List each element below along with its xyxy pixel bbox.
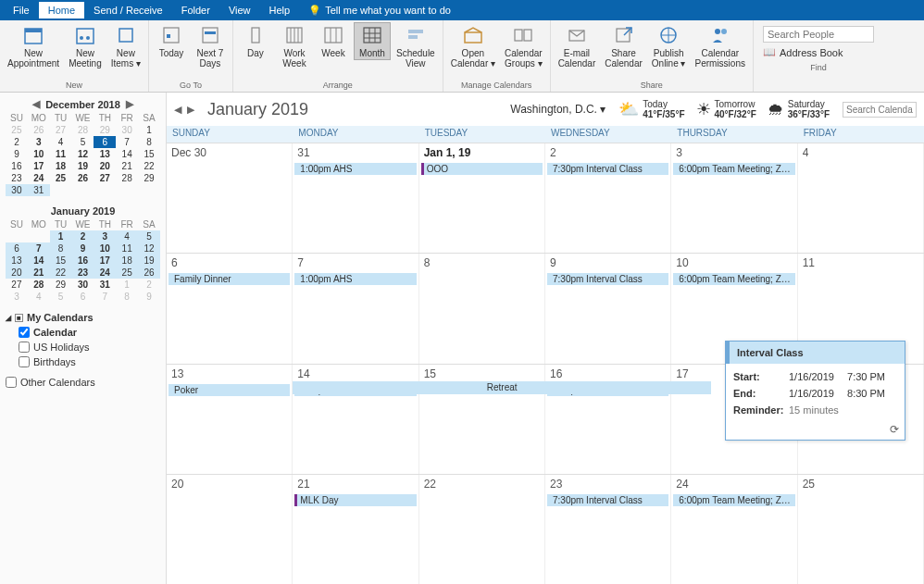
mini-cal-day[interactable]: 12 [138,242,160,255]
other-calendars-checkbox[interactable]: Other Calendars [6,375,160,390]
menu-help[interactable]: Help [260,2,300,19]
mini-cal-day[interactable]: 7 [28,242,50,255]
mini-cal-day[interactable]: 29 [94,124,116,136]
mini-cal-day[interactable]: 25 [116,267,138,279]
mini-cal-day[interactable]: 15 [50,255,72,267]
today-button[interactable]: Today [153,22,190,60]
calendar-day[interactable]: 97:30pm Interval Class [545,254,671,363]
mini-cal-day[interactable]: 29 [138,172,160,184]
mini-cal-day[interactable]: 31 [94,279,116,291]
mini-cal-day[interactable]: 18 [50,160,72,172]
calendar-day[interactable]: 237:30pm Interval Class [545,475,671,584]
calendar-groups-button[interactable]: Calendar Groups ▾ [501,22,546,70]
mini-cal-day[interactable]: 8 [50,242,72,255]
mini-cal-day[interactable]: 7 [94,291,116,303]
mini-cal-day[interactable]: 14 [28,255,50,267]
mini-cal-day[interactable]: 16 [6,160,28,172]
mini-cal-day[interactable]: 10 [94,242,116,255]
mini-cal-day[interactable]: 22 [50,267,72,279]
mini-cal-day[interactable]: 21 [28,267,50,279]
mini-cal-day[interactable]: 23 [72,267,94,279]
mini-cal-day[interactable]: 16 [72,255,94,267]
mini-cal-day[interactable]: 9 [72,242,94,255]
month-view-button[interactable]: Month [354,22,391,60]
mini-cal-day[interactable]: 3 [94,230,116,242]
share-calendar-button[interactable]: Share Calendar [601,22,646,70]
mini-cal-day[interactable]: 6 [6,242,28,255]
workweek-view-button[interactable]: Work Week [276,22,313,70]
mini-cal-day[interactable]: 26 [72,172,94,184]
calendar-day[interactable]: 246:00pm Team Meeting; Zoom [671,475,797,584]
mini-cal-day[interactable]: 26 [28,124,50,136]
mini-cal-day[interactable]: 10 [28,148,50,160]
calendar-event[interactable]: Poker [169,384,290,396]
calendar-day[interactable]: 21MLK Day [293,475,418,584]
mini-cal-day[interactable]: 9 [6,148,28,160]
calendar-day[interactable]: 27:30pm Interval Class [545,143,671,253]
next7days-button[interactable]: Next 7 Days [192,22,229,70]
mini-cal-day[interactable]: 5 [138,230,160,242]
mini-cal-day[interactable]: 5 [72,136,94,148]
new-meeting-button[interactable]: New Meeting [65,22,106,70]
mini-cal-day[interactable]: 3 [6,291,28,303]
us-holidays-checkbox[interactable]: US Holidays [6,340,160,354]
mini-cal-day[interactable]: 8 [138,136,160,148]
mini-cal-day[interactable]: 28 [72,124,94,136]
menu-home[interactable]: Home [39,2,84,19]
mini-cal-day[interactable]: 4 [28,291,50,303]
mini-cal-day[interactable]: 30 [116,124,138,136]
calendar-event[interactable]: OOO [421,163,543,175]
mini-cal-day[interactable]: 13 [94,148,116,160]
calendar-day[interactable]: 71:00pm AHS [293,254,418,363]
mini-cal-day[interactable]: 20 [94,160,116,172]
mini-cal-day[interactable]: 1 [116,279,138,291]
calendar-day[interactable]: Jan 1, 19OOO [419,143,545,253]
calendar-day[interactable]: 20 [167,475,293,584]
prev-month-arrow[interactable]: ◀ [32,98,40,110]
mini-cal-day[interactable]: 19 [138,255,160,267]
prev-period-button[interactable]: ◀ [174,104,181,116]
mini-cal-day[interactable]: 17 [28,160,50,172]
mini-cal-day[interactable]: 7 [116,136,138,148]
calendar-event[interactable]: 6:00pm Team Meeting; Zoom [673,163,794,175]
mini-cal-day[interactable]: 27 [94,172,116,184]
mini-cal-day[interactable]: 9 [138,291,160,303]
mini-cal-day[interactable]: 8 [116,291,138,303]
mini-cal-day[interactable]: 6 [72,291,94,303]
open-calendar-button[interactable]: Open Calendar ▾ [447,22,499,70]
calendar-event[interactable]: 7:30pm Interval Class [547,273,668,285]
calendar-day[interactable]: 8 [419,254,545,363]
birthdays-checkbox[interactable]: Birthdays [6,354,160,369]
mini-cal-day[interactable]: 2 [138,279,160,291]
menu-view[interactable]: View [219,2,260,19]
mini-cal-day[interactable]: 14 [116,148,138,160]
calendar-event[interactable]: 6:00pm Team Meeting; Zoom [673,273,794,285]
mini-cal-day[interactable]: 24 [28,172,50,184]
address-book-button[interactable]: 📖Address Book [763,46,874,58]
calendar-day[interactable]: Dec 30 [167,143,293,253]
mini-cal-day[interactable]: 22 [138,160,160,172]
calendar-event[interactable]: 1:00pm AHS [294,163,416,175]
mini-cal-day[interactable]: 29 [50,279,72,291]
search-calendar-input[interactable] [843,102,917,118]
calendar-day[interactable]: 22 [419,475,545,584]
menu-file[interactable]: File [4,2,39,19]
mini-cal-day[interactable]: 2 [6,136,28,148]
mini-cal-day[interactable]: 25 [50,172,72,184]
mini-cal-day[interactable]: 4 [50,136,72,148]
schedule-view-button[interactable]: Schedule View [393,22,439,70]
menu-tellme[interactable]: 💡Tell me what you want to do [299,2,460,19]
search-people-input[interactable] [763,26,874,43]
new-items-button[interactable]: New Items ▾ [107,22,144,70]
calendar-day[interactable]: 36:00pm Team Meeting; Zoom [671,143,797,253]
calendar-event[interactable]: 1:00pm AHS [294,273,416,285]
next-period-button[interactable]: ▶ [187,104,194,116]
mini-cal-day[interactable]: 28 [116,172,138,184]
publish-online-button[interactable]: Publish Online ▾ [648,22,690,70]
mini-cal-day[interactable]: 1 [50,230,72,242]
my-calendars-header[interactable]: ◢■My Calendars [6,310,160,325]
mini-cal-day[interactable]: 4 [116,230,138,242]
mini-cal-day[interactable]: 27 [6,279,28,291]
mini-cal-day[interactable]: 18 [116,255,138,267]
calendar-event[interactable]: MLK Day [294,494,416,506]
